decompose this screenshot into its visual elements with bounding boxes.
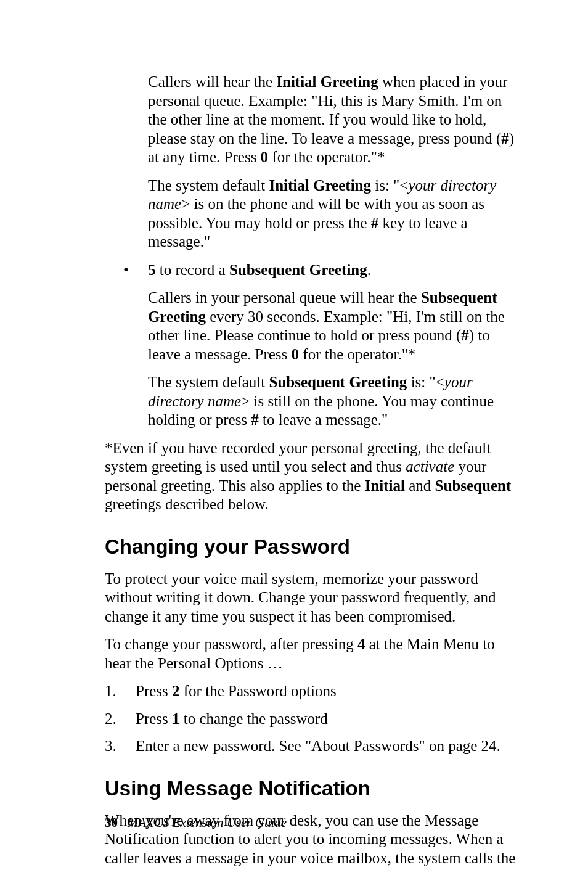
page-number: 30 xyxy=(105,815,118,830)
page: Callers will hear the Initial Greeting w… xyxy=(0,0,588,870)
t: Callers will hear the xyxy=(148,73,276,90)
step-number: 3. xyxy=(105,737,136,756)
t: The system default xyxy=(148,374,269,390)
footer-title: MAXCS Extension User Guide xyxy=(128,815,287,830)
t: 0 xyxy=(261,149,269,165)
t: # xyxy=(461,327,469,343)
para-initial-greeting-desc: Callers will hear the Initial Greeting w… xyxy=(148,73,520,167)
t: Press xyxy=(136,683,172,699)
para-subsequent-greeting-default: The system default Subsequent Greeting i… xyxy=(148,373,520,430)
t: for the Password options xyxy=(180,683,337,699)
t: is: "< xyxy=(407,374,444,390)
para-password-intro: To protect your voice mail system, memor… xyxy=(105,570,520,626)
heading-changing-password: Changing your Password xyxy=(105,535,520,559)
t: # xyxy=(371,215,379,231)
t: Subsequent Greeting xyxy=(229,261,367,278)
heading-message-notification: Using Message Notification xyxy=(105,777,520,800)
t: to change the password xyxy=(180,710,328,727)
t: Initial Greeting xyxy=(269,177,371,194)
step-number: 1. xyxy=(105,682,136,701)
step-text: Press 2 for the Password options xyxy=(136,682,337,701)
t: The system default xyxy=(148,177,269,194)
t: Initial Greeting xyxy=(276,73,378,90)
t: Subsequent Greeting xyxy=(269,374,407,390)
step-2: 2. Press 1 to change the password xyxy=(105,710,520,729)
bullet-subsequent-greeting: • 5 to record a Subsequent Greeting. xyxy=(123,261,520,280)
t: 5 xyxy=(148,261,156,278)
bullet-text: 5 to record a Subsequent Greeting. xyxy=(148,261,371,280)
t: to leave a message." xyxy=(259,411,388,428)
t: for the operator."* xyxy=(268,149,385,165)
t: 0 xyxy=(292,346,300,363)
step-3: 3. Enter a new password. See "About Pass… xyxy=(105,737,520,756)
t: to record a xyxy=(156,261,229,278)
t: is: "< xyxy=(371,177,408,194)
step-text: Enter a new password. See "About Passwor… xyxy=(136,737,500,756)
para-password-howto: To change your password, after pressing … xyxy=(105,635,520,673)
para-asterisk-note: *Even if you have recorded your personal… xyxy=(105,439,520,514)
page-footer: 30 MAXCS Extension User Guide xyxy=(105,815,287,831)
t: # xyxy=(501,130,509,147)
bullet-icon: • xyxy=(123,261,148,280)
t: and xyxy=(405,477,435,494)
t: Press xyxy=(136,710,172,727)
t: To change your password, after pressing xyxy=(105,636,357,652)
t: 2 xyxy=(172,683,180,699)
step-text: Press 1 to change the password xyxy=(136,710,328,729)
step-number: 2. xyxy=(105,710,136,729)
t: 4 xyxy=(357,636,365,652)
t: . xyxy=(367,261,371,278)
t: greetings described below. xyxy=(105,496,269,512)
t: Callers in your personal queue will hear… xyxy=(148,289,421,306)
t: Initial xyxy=(365,477,405,494)
step-1: 1. Press 2 for the Password options xyxy=(105,682,520,701)
t: Subsequent xyxy=(435,477,512,494)
para-subsequent-greeting-desc: Callers in your personal queue will hear… xyxy=(148,289,520,364)
para-initial-greeting-default: The system default Initial Greeting is: … xyxy=(148,176,520,252)
t: 1 xyxy=(172,710,180,727)
t: activate xyxy=(406,458,454,475)
t: # xyxy=(251,411,259,428)
t: for the operator."* xyxy=(299,346,415,363)
